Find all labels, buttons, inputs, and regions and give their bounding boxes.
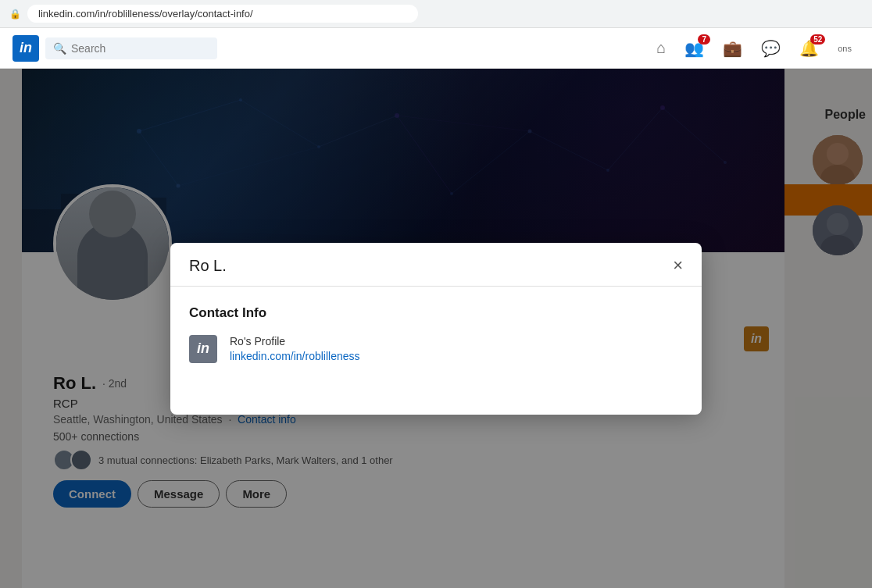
notifications-badge: 52 bbox=[810, 34, 825, 45]
contact-info-modal: Ro L. × Contact Info in Ro's Profile lin… bbox=[170, 243, 702, 415]
nav-jobs[interactable]: 💼 bbox=[715, 39, 750, 58]
nav-more-label: ons bbox=[838, 44, 852, 53]
modal-close-button[interactable]: × bbox=[673, 257, 683, 274]
browser-bar: 🔒 linkedin.com/in/roblilleness/overlay/c… bbox=[0, 0, 872, 28]
jobs-icon: 💼 bbox=[723, 39, 742, 58]
url-bar[interactable]: linkedin.com/in/roblilleness/overlay/con… bbox=[27, 5, 418, 23]
contact-details: Ro's Profile linkedin.com/in/roblillenes… bbox=[230, 335, 360, 363]
nav-messaging[interactable]: 💬 bbox=[753, 39, 788, 58]
nav-network[interactable]: 👥 7 bbox=[677, 39, 712, 58]
search-icon: 🔍 bbox=[53, 42, 66, 55]
contact-linkedin-icon: in bbox=[189, 335, 217, 363]
contact-section-title: Contact Info bbox=[189, 305, 683, 321]
modal-body: Contact Info in Ro's Profile linkedin.co… bbox=[170, 287, 702, 382]
page-content: in Ro L. · 2nd RCP Seattle, Washington, … bbox=[0, 69, 872, 588]
nav-notifications[interactable]: 🔔 52 bbox=[792, 39, 827, 58]
contact-profile-link[interactable]: linkedin.com/in/roblilleness bbox=[230, 350, 360, 362]
notifications-icon: 🔔 52 bbox=[799, 39, 819, 58]
modal-header: Ro L. × bbox=[170, 243, 702, 287]
messaging-icon: 💬 bbox=[761, 39, 781, 58]
home-icon: ⌂ bbox=[656, 39, 666, 57]
navbar: in 🔍 ⌂ 👥 7 💼 💬 🔔 52 ons bbox=[0, 28, 872, 69]
nav-more[interactable]: ons bbox=[830, 44, 859, 53]
search-input[interactable] bbox=[71, 42, 196, 55]
lock-icon: 🔒 bbox=[9, 9, 21, 20]
navbar-icons: ⌂ 👥 7 💼 💬 🔔 52 ons bbox=[649, 39, 859, 58]
search-bar[interactable]: 🔍 bbox=[45, 37, 217, 59]
modal-title: Ro L. bbox=[189, 257, 227, 275]
contact-profile-label: Ro's Profile bbox=[230, 335, 360, 347]
linkedin-logo[interactable]: in bbox=[13, 35, 39, 62]
nav-home[interactable]: ⌂ bbox=[649, 39, 674, 57]
network-icon: 👥 7 bbox=[684, 39, 704, 58]
contact-row: in Ro's Profile linkedin.com/in/roblille… bbox=[189, 335, 683, 363]
network-badge: 7 bbox=[698, 34, 710, 45]
